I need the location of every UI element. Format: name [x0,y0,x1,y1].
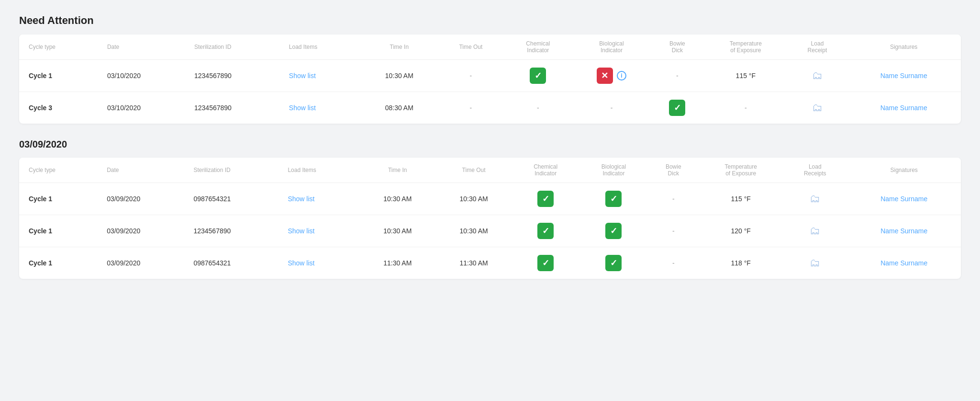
checkmark-icon: ✓ [610,258,617,268]
dash-value: - [672,227,675,235]
dated-tbody: Cycle 1 03/09/2020 0987654321 Show list … [19,183,961,279]
show-list-link[interactable]: Show list [289,104,316,112]
load-receipt-cell[interactable]: 🗂 [783,215,847,247]
time-in-cell: 10:30 AM [359,215,435,247]
time-out-cell: 10:30 AM [435,183,512,215]
biological-indicator-cell: ✓ [579,247,648,279]
col-temperature: Temperatureof Exposure [703,34,788,60]
folder-icon[interactable]: 🗂 [810,193,820,205]
time-in-cell: 10:30 AM [359,183,435,215]
col-sterilization-id-d: Sterilization ID [189,158,283,183]
signature-cell[interactable]: Name Surname [846,60,961,92]
signature-cell[interactable]: Name Surname [847,183,961,215]
bowie-dick-cell: - [648,183,699,215]
date-cell: 03/09/2020 [102,183,189,215]
bowie-dick-cell: - [648,215,699,247]
folder-icon[interactable]: 🗂 [812,102,823,114]
signature-cell[interactable]: Name Surname [847,247,961,279]
need-attention-title: Need Attention [19,14,961,27]
green-check-badge: ✓ [669,100,685,116]
col-temperature-d: Temperatureof Exposure [699,158,783,183]
signature-name[interactable]: Name Surname [880,259,927,267]
need-attention-table: Cycle type Date Sterilization ID Load It… [19,34,961,124]
temperature-cell: 115 °F [703,60,788,92]
load-items-cell[interactable]: Show list [284,92,361,124]
sterilization-id-cell: 1234567890 [189,60,284,92]
folder-icon[interactable]: 🗂 [810,225,820,237]
col-cycle-type: Cycle type [19,34,102,60]
green-check-badge: ✓ [605,255,622,271]
col-signatures-d: Signatures [847,158,961,183]
time-out-cell: - [437,92,504,124]
load-items-cell[interactable]: Show list [283,247,359,279]
signature-name[interactable]: Name Surname [880,72,927,80]
checkmark-icon: ✓ [610,194,617,204]
load-items-cell[interactable]: Show list [283,183,359,215]
dash-value: - [611,104,613,112]
chemical-indicator-cell: ✓ [512,247,579,279]
green-check-badge: ✓ [537,255,554,271]
need-attention-header-row: Cycle type Date Sterilization ID Load It… [19,34,961,60]
col-sterilization-id: Sterilization ID [189,34,284,60]
bowie-dick-cell: ✓ [651,92,703,124]
load-receipt-cell[interactable]: 🗂 [783,247,847,279]
need-attention-section: Need Attention Cycle type Date Steriliza… [19,14,961,124]
load-receipt-cell[interactable]: 🗂 [783,183,847,215]
show-list-link[interactable]: Show list [289,72,316,80]
chemical-indicator-cell: ✓ [512,215,579,247]
table-row: Cycle 1 03/09/2020 0987654321 Show list … [19,183,961,215]
show-list-link[interactable]: Show list [288,227,314,235]
dash-value: - [672,259,675,267]
col-biological-indicator: BiologicalIndicator [572,34,651,60]
show-list-link[interactable]: Show list [288,195,314,203]
dash-value: - [470,104,472,112]
checkmark-icon: ✓ [535,70,542,81]
signature-cell[interactable]: Name Surname [846,92,961,124]
load-items-cell[interactable]: Show list [283,215,359,247]
col-bowie-dick-d: BowieDick [648,158,699,183]
time-out-cell: 11:30 AM [435,247,512,279]
cycle-type-cell: Cycle 1 [19,60,102,92]
biological-indicator-cell: ✓ [579,215,648,247]
col-date-d: Date [102,158,189,183]
col-load-items: Load Items [284,34,361,60]
show-list-link[interactable]: Show list [288,259,314,267]
date-cell: 03/10/2020 [102,60,189,92]
folder-icon[interactable]: 🗂 [810,257,820,269]
col-biological-indicator-d: BiologicalIndicator [579,158,648,183]
timeout-value: 11:30 AM [459,259,488,267]
load-receipt-cell[interactable]: 🗂 [788,92,847,124]
signature-name[interactable]: Name Surname [880,104,927,112]
temperature-cell: 120 °F [699,215,783,247]
dash-value: - [676,72,679,80]
cycle-type-cell: Cycle 1 [19,247,102,279]
col-time-out: Time Out [437,34,504,60]
col-load-receipt: LoadReceipt [788,34,847,60]
table-row: Cycle 1 03/10/2020 1234567890 Show list … [19,60,961,92]
col-signatures: Signatures [846,34,961,60]
dated-table-wrap: Cycle type Date Sterilization ID Load It… [19,158,961,279]
biological-indicator-inner: ✕i [577,68,646,84]
time-in-cell: 08:30 AM [361,92,437,124]
col-load-receipts-d: LoadReceipts [783,158,847,183]
dated-table: Cycle type Date Sterilization ID Load It… [19,158,961,279]
checkmark-icon: ✓ [542,226,549,236]
time-in-cell: 11:30 AM [359,247,435,279]
time-out-cell: - [437,60,504,92]
bowie-dick-cell: - [648,247,699,279]
load-items-cell[interactable]: Show list [284,60,361,92]
load-receipt-cell[interactable]: 🗂 [788,60,847,92]
info-icon[interactable]: i [617,71,626,80]
green-check-badge: ✓ [605,223,622,239]
folder-icon[interactable]: 🗂 [812,69,823,81]
bowie-dick-cell: - [651,60,703,92]
signature-name[interactable]: Name Surname [880,195,927,203]
biological-indicator-inner: ✓ [584,255,644,271]
col-time-out-d: Time Out [435,158,512,183]
signature-cell[interactable]: Name Surname [847,215,961,247]
chemical-indicator-cell: ✓ [504,60,572,92]
table-row: Cycle 1 03/09/2020 1234567890 Show list … [19,215,961,247]
xmark-icon: ✕ [601,70,608,81]
chemical-indicator-cell: - [504,92,572,124]
signature-name[interactable]: Name Surname [880,227,927,235]
